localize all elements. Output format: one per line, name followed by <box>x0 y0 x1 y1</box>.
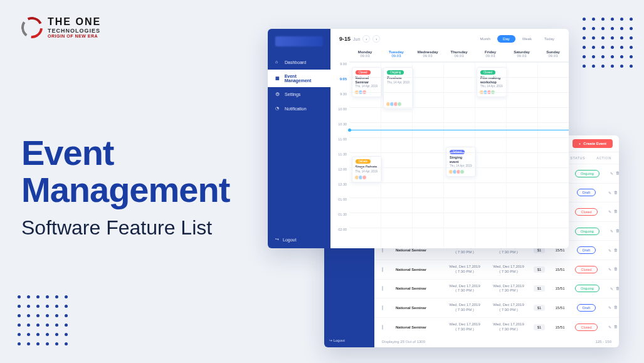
delete-icon[interactable]: 🗑 <box>614 305 618 310</box>
sidebar-item-event-management[interactable]: Event Management <box>268 70 330 87</box>
headline-word-2: Management <box>21 170 230 209</box>
row-checkbox[interactable] <box>382 286 383 291</box>
day-column[interactable]: Saturday09.03 <box>506 46 537 61</box>
edit-icon[interactable]: ✎ <box>608 325 611 329</box>
view-month[interactable]: Month <box>474 35 496 43</box>
table-row[interactable]: National SeminarWed, Dec 17,2019( 7:30 P… <box>374 298 619 317</box>
view-switcher: Month Day Week Today <box>474 35 560 43</box>
row-checkbox[interactable] <box>382 305 383 310</box>
day-column[interactable]: Wednesday09.03 <box>412 46 443 61</box>
bell-icon <box>275 106 281 112</box>
calendar-event[interactable]: Debate Stage Debate Thu, 14 Apr, 2019 <box>352 156 382 182</box>
logout-link[interactable]: Logout <box>275 237 296 242</box>
delete-icon[interactable]: 🗑 <box>616 171 619 176</box>
start-date: Wed, Dec 17,2019( 7:30 PM ) <box>446 322 483 332</box>
edit-icon[interactable]: ✎ <box>610 229 613 233</box>
create-event-button[interactable]: + Create Event <box>573 139 613 148</box>
logout-icon <box>275 237 279 242</box>
tickets: 15/51 <box>551 287 569 290</box>
tickets: 15/51 <box>551 306 569 310</box>
tickets: 15/51 <box>551 268 569 271</box>
day-header: Monday09.03Tuesday09.03Wednesday09.03Thu… <box>349 46 569 62</box>
table-pager[interactable]: 125 - 150 <box>596 340 611 344</box>
view-week[interactable]: Week <box>517 35 537 43</box>
event-name: National Seminar <box>396 268 440 271</box>
logout-link[interactable]: Logout <box>329 338 369 342</box>
event-name: National Seminar <box>396 287 440 290</box>
row-checkbox[interactable] <box>382 267 383 272</box>
end-date: Wed, Dec 17,2019( 7:30 PM ) <box>490 265 527 275</box>
status-badge: Ongoing <box>575 228 599 235</box>
home-icon <box>275 60 281 65</box>
delete-icon[interactable]: 🗑 <box>614 209 618 214</box>
headline-word-1: Event <box>21 133 114 172</box>
calendar-event[interactable]: Ongoing Proshow Thu, 14 Apr, 2019 <box>383 67 413 109</box>
delete-icon[interactable]: 🗑 <box>616 229 619 233</box>
view-today[interactable]: Today <box>539 35 560 43</box>
end-date: Wed, Dec 17,2019( 7:30 PM ) <box>490 322 527 332</box>
decorative-dots <box>18 295 68 345</box>
next-week-button[interactable]: › <box>372 35 380 43</box>
status-badge: Closed <box>575 208 598 216</box>
edit-icon[interactable]: ✎ <box>610 171 613 176</box>
table-row[interactable]: National SeminarWed, Dec 17,2019( 7:30 P… <box>374 260 619 279</box>
status-badge: Draft <box>575 304 598 312</box>
gear-icon <box>275 92 281 97</box>
delete-icon[interactable]: 🗑 <box>616 287 619 291</box>
table-row[interactable]: National SeminarWed, Dec 17,2019( 7:30 P… <box>374 279 619 298</box>
logout-icon <box>329 339 332 342</box>
sidebar-item-settings[interactable]: Settings <box>268 87 330 102</box>
day-column[interactable]: Sunday09.03 <box>537 46 569 61</box>
start-date: Wed, Dec 17,2019( 7:30 PM ) <box>446 303 483 313</box>
th-action: ACTION <box>596 156 611 160</box>
date-range: 9-15 Jun ‹ › <box>339 35 380 43</box>
table-row[interactable]: National SeminarWed, Dec 17,2019( 7:30 P… <box>374 317 619 337</box>
page-headline: EventManagement Software Feature List <box>21 135 230 239</box>
edit-icon[interactable]: ✎ <box>608 191 611 195</box>
status-badge: Closed <box>575 266 598 273</box>
status-badge: Ongoing <box>575 170 599 177</box>
th-status: STATUS <box>570 156 585 160</box>
status-badge: Closed <box>575 324 598 331</box>
row-checkbox[interactable] <box>382 325 383 330</box>
prev-week-button[interactable]: ‹ <box>362 35 370 43</box>
time-column: 9:009:059:3010:0010:3011:0011:3012:0012:… <box>330 62 349 248</box>
row-checkbox[interactable] <box>382 248 383 253</box>
brand-logo: THE ONE TECHNOLOGIES ORIGIN OF NEW ERA <box>21 16 101 38</box>
delete-icon[interactable]: 🗑 <box>614 248 618 253</box>
delete-icon[interactable]: 🗑 <box>614 191 618 195</box>
day-column[interactable]: Thursday09.03 <box>443 46 475 61</box>
edit-icon[interactable]: ✎ <box>608 209 611 214</box>
brand-tagline: ORIGIN OF NEW ERA <box>48 34 101 38</box>
event-name: National Seminar <box>396 248 440 252</box>
edit-icon[interactable]: ✎ <box>608 305 611 310</box>
revenue: $1 <box>534 305 545 311</box>
brand-subname: TECHNOLOGIES <box>48 28 101 34</box>
brand-mark-icon <box>21 17 43 38</box>
event-name: National Seminar <box>396 325 440 329</box>
edit-icon[interactable]: ✎ <box>610 287 613 291</box>
table-count: Displaying 25 Out of 1300 <box>382 340 425 344</box>
day-column[interactable]: Friday09.03 <box>475 46 506 61</box>
day-column[interactable]: Tuesday09.03 <box>381 46 412 61</box>
calendar-icon <box>275 76 281 82</box>
end-date: Wed, Dec 17,2019( 7:30 PM ) <box>490 284 527 294</box>
calendar-event[interactable]: School Singing event Thu, 14 Apr, 2019 <box>446 147 476 177</box>
edit-icon[interactable]: ✎ <box>608 267 611 271</box>
delete-icon[interactable]: 🗑 <box>614 267 618 271</box>
calendar-window: Dashboard Event Management Settings Noti… <box>268 29 569 248</box>
calendar-grid[interactable]: Closed National Seminar Thu, 14 Apr, 201… <box>349 62 569 248</box>
view-day[interactable]: Day <box>497 35 515 43</box>
end-date: Wed, Dec 17,2019( 7:30 PM ) <box>490 303 527 313</box>
brand-name: THE ONE <box>48 16 101 28</box>
event-name: National Seminar <box>396 306 440 310</box>
edit-icon[interactable]: ✎ <box>608 248 611 253</box>
status-badge: Ongoing <box>575 285 599 292</box>
day-column[interactable]: Monday09.03 <box>349 46 381 61</box>
status-badge: Draft <box>575 189 598 196</box>
sidebar-item-notification[interactable]: Notification <box>268 102 330 116</box>
start-date: Wed, Dec 17,2019( 7:30 PM ) <box>446 265 483 275</box>
front-sidebar: Dashboard Event Management Settings Noti… <box>268 29 330 248</box>
delete-icon[interactable]: 🗑 <box>614 325 618 329</box>
sidebar-item-dashboard[interactable]: Dashboard <box>268 55 330 70</box>
